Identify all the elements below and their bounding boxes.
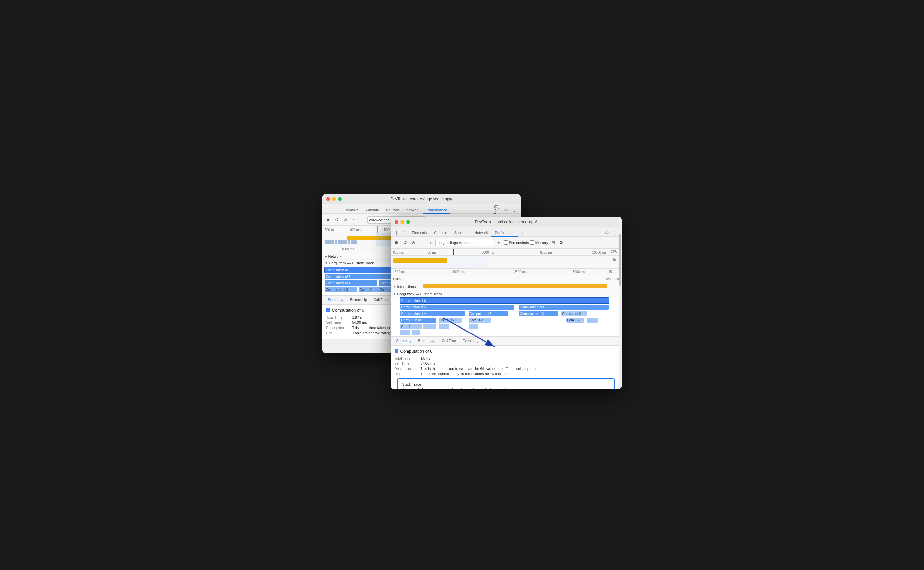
refresh-icon-back[interactable]: ↺ — [333, 216, 341, 224]
overview-selection-front[interactable] — [391, 256, 488, 268]
flame-bar-comp4b-back[interactable]: Computation of 4 — [325, 280, 377, 286]
flame-comp2b-front[interactable]: Comp...f 2 — [439, 317, 462, 323]
minimize-button-back[interactable] — [332, 197, 336, 201]
self-time-value-front: 57.00 ms — [421, 362, 435, 365]
upload-icon-back[interactable]: ↑ — [350, 216, 358, 224]
close-button-front[interactable] — [395, 220, 398, 224]
refresh-icon-front[interactable]: ↺ — [402, 239, 409, 246]
chat-icon-back[interactable]: 💬 2 — [494, 206, 501, 213]
interactions-expand-front[interactable]: ▼ — [393, 285, 396, 288]
bottom-tabs-front: Summary Bottom-Up Call Tree Event Log — [391, 337, 621, 346]
tab-performance-back[interactable]: Performance — [423, 206, 450, 214]
flame-comp2d-front[interactable]: Com... 2 — [566, 317, 584, 323]
maximize-button-back[interactable] — [338, 197, 342, 201]
flame-comp5-front[interactable]: Computation of 5 — [400, 305, 514, 310]
tab-network-front[interactable]: Network — [471, 229, 491, 236]
summary-title-row-front: Computation of 6 — [395, 349, 618, 354]
toolbar-front: ⏺ ↺ ⊘ ↑ ↓ corgi-collage.vercel.app... ▾ … — [391, 237, 621, 248]
flame-comp2a-front[interactable]: Compu...of 2 — [561, 311, 587, 316]
upload-icon-front[interactable]: ↑ — [419, 239, 426, 246]
devtools-layout-icon-front[interactable]: ⬚ — [401, 229, 408, 236]
stack-trace-link-front[interactable]: main.63cb5c4bde8be90a.js:1:122716 — [456, 388, 527, 389]
tab-bar-front: ⊹ ⬚ Elements Console Sources Network Per… — [391, 227, 621, 237]
scrollbar-track-front[interactable] — [619, 217, 621, 389]
network-throttle-icon-front[interactable]: ⊞ — [549, 239, 557, 246]
download-icon-back[interactable]: ↓ — [359, 216, 366, 224]
flame-small3-front[interactable] — [469, 324, 478, 329]
hint-label-back: Hint — [326, 331, 352, 335]
memory-checkbox-front[interactable] — [530, 241, 534, 245]
tab-calltree-front[interactable]: Call Tree — [438, 337, 459, 345]
stack-trace-title-front: Stack Trace — [402, 382, 610, 386]
network-expand-arrow-back[interactable]: ▶ — [325, 255, 327, 258]
total-time-label-back: Total Time — [326, 315, 352, 319]
screenshots-checkbox-front[interactable] — [504, 241, 508, 245]
scrollbar-thumb-front[interactable] — [619, 234, 621, 286]
tab-more-back[interactable]: » — [451, 207, 457, 213]
tab-console-front[interactable]: Console — [431, 229, 450, 236]
main-ruler-1500-front: 1500 ms — [393, 270, 405, 274]
ruler-tick-1000: 1000 ms — [348, 228, 361, 231]
top-ruler-tick-0: 000 ms — [393, 251, 404, 254]
tab-console-back[interactable]: Console — [362, 206, 382, 213]
settings-gear-front[interactable]: ⚙ — [558, 239, 565, 246]
tab-network-back[interactable]: Network — [403, 206, 422, 213]
download-icon-front[interactable]: ↓ — [427, 239, 434, 246]
clear-icon-back[interactable]: ⊘ — [342, 216, 349, 224]
top-ruler-tick-4000: 4...00 ms — [423, 251, 436, 254]
memory-checkbox-group-front: Memory — [530, 241, 548, 245]
url-field-front[interactable]: corgi-collage.vercel.app... — [436, 239, 494, 246]
menu-icon-front[interactable]: ⋮ — [612, 229, 619, 236]
settings-icon-back[interactable]: ⚙ — [502, 206, 509, 213]
hint-label-front: Hint — [395, 372, 421, 376]
flame-tiny2-front[interactable] — [412, 330, 420, 335]
tab-eventlog-front[interactable]: Event Log — [459, 337, 482, 345]
tab-calltree-back[interactable]: Call Tree — [370, 296, 391, 304]
menu-icon-back[interactable]: ⋮ — [511, 206, 518, 213]
flame-small2-front[interactable] — [439, 324, 448, 329]
tab-bottomup-back[interactable]: Bottom-Up — [347, 296, 370, 304]
flame-comp3a-front[interactable]: Comput...n of 3 — [469, 311, 508, 316]
record-icon-back[interactable]: ⏺ — [325, 216, 332, 224]
flame-comp2c-front[interactable]: Com...f 2 — [469, 317, 491, 323]
record-icon-front[interactable]: ⏺ — [393, 239, 400, 246]
flame-c1-front[interactable]: C... — [587, 317, 598, 323]
tab-summary-front[interactable]: Summary — [393, 337, 415, 345]
flame-comp3b-front[interactable]: Computa...n of 3 — [519, 311, 558, 316]
stack-trace-line-front: injectTimingsToBrowser @ main.63cb5c4bde… — [402, 388, 610, 389]
main-ruler-1000-back: 1000 ms — [342, 247, 354, 251]
devtools-layout-icon[interactable]: ⬚ — [333, 206, 340, 213]
flame-small1-front[interactable] — [423, 324, 436, 329]
tab-elements-front[interactable]: Elements — [409, 229, 430, 236]
flame-comp4b-front[interactable]: Computation of 4 — [400, 311, 465, 316]
url-dropdown-front[interactable]: ▾ — [495, 239, 502, 246]
flame-comp4a-front[interactable]: Computation of 4 — [519, 305, 609, 310]
flame-tiny1-front[interactable] — [400, 330, 410, 335]
description-label-back: Description — [326, 326, 352, 329]
corgi-track-expand-arrow-back[interactable]: ▼ — [325, 261, 328, 265]
summary-color-swatch-front — [395, 349, 398, 353]
tab-elements-back[interactable]: Elements — [341, 206, 362, 213]
devtools-cursor-icon[interactable]: ⊹ — [325, 206, 332, 213]
minimize-button-front[interactable] — [400, 220, 404, 224]
maximize-button-front[interactable] — [406, 220, 410, 224]
flame-co2-front[interactable]: Co... 2 — [400, 324, 422, 329]
clear-icon-front[interactable]: ⊘ — [410, 239, 417, 246]
close-button-back[interactable] — [326, 197, 330, 201]
self-time-value-back: 54.00 ms — [352, 320, 367, 324]
tab-sources-front[interactable]: Sources — [451, 229, 471, 236]
tab-bottomup-front[interactable]: Bottom-Up — [415, 337, 439, 345]
tab-performance-front[interactable]: Performance — [491, 229, 519, 237]
devtools-cursor-icon-front[interactable]: ⊹ — [393, 229, 400, 236]
tab-more-front[interactable]: » — [519, 230, 525, 236]
flame-bar-comp2a-back[interactable]: Com... 2 — [359, 287, 381, 292]
time-marker-red-front — [453, 248, 454, 255]
corgi-track-expand-arrow-front[interactable]: ▼ — [393, 293, 396, 296]
flame-comp3c-front[interactable]: Comput...n of 3 — [400, 317, 436, 323]
settings-icon-front[interactable]: ⚙ — [603, 229, 610, 236]
flame-bar-comp3c-back[interactable]: Comput...n of 3 — [325, 287, 358, 292]
flame-comp6-front[interactable]: Computation of 6 — [400, 298, 609, 303]
time-marker-blue-back[interactable] — [377, 226, 378, 233]
tab-summary-back[interactable]: Summary — [325, 296, 347, 304]
tab-sources-back[interactable]: Sources — [383, 206, 402, 213]
